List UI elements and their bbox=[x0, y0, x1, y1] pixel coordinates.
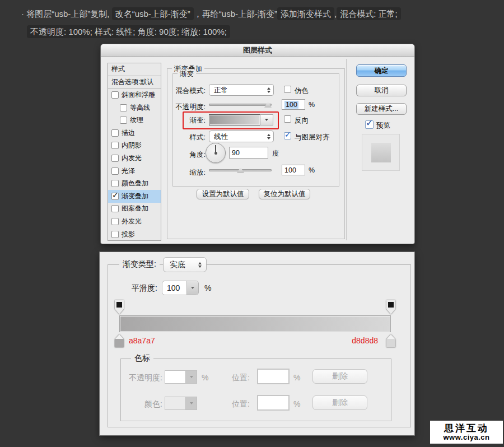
checkbox[interactable] bbox=[111, 180, 119, 187]
opacity-slider[interactable] bbox=[209, 101, 272, 108]
scale-input[interactable]: 100 bbox=[282, 165, 305, 175]
sidebar-item-pattern-overlay[interactable]: 图案叠加 bbox=[108, 203, 161, 216]
intro-highlight: 不透明度: 100%; 样式: 线性; 角度: 90度; 缩放: 100%; bbox=[27, 25, 230, 38]
delete-opacity-stop-button[interactable]: 删除 bbox=[312, 369, 367, 384]
align-checkbox[interactable]: ✓ bbox=[284, 132, 291, 139]
checkbox[interactable] bbox=[111, 142, 119, 149]
stepper-arrows-icon bbox=[267, 87, 270, 93]
checkbox[interactable]: ✓ bbox=[111, 193, 119, 200]
stop-color-swatch[interactable] bbox=[165, 397, 197, 410]
styles-list: 样式 混合选项:默认 斜面和浮雕 等高线 纹理 描边 内阴影 内发光 光泽 颜色… bbox=[108, 63, 161, 241]
sidebar-item-label: 斜面和浮雕 bbox=[122, 90, 155, 100]
sidebar-item-stroke[interactable]: 描边 bbox=[108, 127, 161, 139]
stops-section: 色标 不透明度: % 位置: % 删除 颜色: 位置: % 删除 bbox=[120, 358, 391, 421]
sidebar-item-label: 颜色叠加 bbox=[122, 179, 148, 188]
sidebar-item-inner-glow[interactable]: 内发光 bbox=[108, 152, 161, 165]
dither-checkbox[interactable] bbox=[284, 86, 291, 93]
sidebar-item-color-overlay[interactable]: 颜色叠加 bbox=[108, 177, 161, 190]
checkbox[interactable] bbox=[120, 117, 127, 124]
style-preview-swatch bbox=[362, 134, 400, 171]
set-default-button[interactable]: 设置为默认值 bbox=[197, 189, 249, 199]
chevron-down-icon bbox=[265, 119, 268, 121]
stop-opacity-label: 不透明度: bbox=[122, 373, 162, 383]
sidebar-item-drop-shadow[interactable]: 投影 bbox=[108, 228, 161, 241]
sidebar-item-label: 渐变叠加 bbox=[122, 192, 148, 201]
tutorial-line-1: · 将图层“usb-上部”复制, 改名“usb-上部-渐变”，再给“usb-上部… bbox=[21, 6, 401, 22]
button-label: 新建样式... bbox=[365, 104, 398, 114]
start-color-hex: a8a7a7 bbox=[129, 336, 155, 345]
cancel-button[interactable]: 取消 bbox=[356, 85, 407, 96]
new-style-button[interactable]: 新建样式... bbox=[356, 103, 407, 115]
position-unit: % bbox=[293, 399, 300, 408]
position-unit: % bbox=[293, 373, 300, 382]
sidebar-item-inner-shadow[interactable]: 内阴影 bbox=[108, 139, 161, 152]
sidebar-item-styles[interactable]: 样式 bbox=[108, 63, 161, 76]
sidebar-item-contour[interactable]: 等高线 bbox=[108, 101, 161, 114]
blend-mode-dropdown[interactable]: 正常 bbox=[209, 84, 274, 96]
sidebar-item-texture[interactable]: 纹理 bbox=[108, 114, 161, 127]
opacity-stop-right[interactable] bbox=[386, 300, 395, 314]
sidebar-item-satin[interactable]: 光泽 bbox=[108, 165, 161, 178]
checkbox[interactable] bbox=[120, 104, 127, 111]
reset-default-button[interactable]: 复位为默认值 bbox=[259, 189, 310, 199]
checkbox[interactable] bbox=[111, 205, 119, 212]
checkbox[interactable] bbox=[111, 231, 119, 238]
sidebar-item-gradient-overlay[interactable]: ✓渐变叠加 bbox=[108, 190, 161, 203]
gradient-dropdown-button[interactable] bbox=[260, 114, 273, 125]
checkbox[interactable] bbox=[111, 91, 119, 99]
checkbox[interactable] bbox=[111, 218, 119, 225]
style-dropdown[interactable]: 线性 bbox=[209, 131, 274, 142]
sidebar-item-bevel-emboss[interactable]: 斜面和浮雕 bbox=[108, 89, 161, 101]
stop-shape bbox=[386, 334, 395, 347]
button-label: 确定 bbox=[375, 66, 389, 76]
dialog-titlebar[interactable]: 图层样式 bbox=[101, 44, 414, 57]
checkmark: ✓ bbox=[112, 190, 119, 199]
angle-input[interactable]: 90 bbox=[229, 147, 268, 159]
checkbox[interactable] bbox=[111, 129, 119, 137]
group-legend: 渐变 bbox=[178, 69, 196, 79]
ok-button[interactable]: 确定 bbox=[356, 64, 407, 77]
color-stop-left[interactable] bbox=[115, 334, 124, 347]
position-input[interactable] bbox=[257, 395, 290, 411]
angle-dial[interactable] bbox=[206, 143, 226, 163]
preview-thumbnail bbox=[371, 143, 391, 162]
checkbox[interactable] bbox=[111, 167, 119, 175]
dropdown-arrow-button[interactable] bbox=[186, 281, 198, 295]
smoothness-label: 平滑度: bbox=[120, 283, 157, 294]
watermark-url: www.ciya.cn bbox=[443, 434, 489, 441]
gradient-group: 渐变 混合模式: 正常 仿色 不透明度: 100 % bbox=[172, 73, 339, 187]
gradient-type-dropdown[interactable]: 实底 bbox=[163, 257, 207, 272]
dropdown-arrow-button[interactable] bbox=[185, 397, 197, 409]
checkbox[interactable] bbox=[111, 155, 119, 162]
align-label: 与图层对齐 bbox=[295, 133, 330, 142]
page: · 将图层“usb-上部”复制, 改名“usb-上部-渐变”，再给“usb-上部… bbox=[0, 0, 504, 447]
opacity-stop-left[interactable] bbox=[115, 300, 124, 314]
chevron-down-icon bbox=[191, 287, 194, 289]
gradient-preview-bar[interactable] bbox=[119, 315, 391, 332]
opacity-input[interactable]: 100 bbox=[282, 99, 305, 110]
smoothness-unit: % bbox=[204, 283, 211, 292]
sidebar-item-label: 投影 bbox=[122, 230, 135, 239]
dropdown-arrow-button[interactable] bbox=[185, 371, 197, 383]
scale-slider[interactable] bbox=[209, 167, 272, 174]
stop-opacity-dropdown[interactable] bbox=[165, 370, 197, 384]
smoothness-dropdown[interactable]: 100 bbox=[162, 281, 199, 295]
layer-style-dialog: 图层样式 样式 混合选项:默认 斜面和浮雕 等高线 纹理 描边 内阴影 内发光 … bbox=[101, 44, 414, 244]
delete-color-stop-button[interactable]: 删除 bbox=[312, 395, 367, 410]
slider-track[interactable] bbox=[209, 104, 272, 106]
watermark-brand: 思洋互动 bbox=[444, 423, 489, 434]
color-stop-right[interactable] bbox=[386, 334, 395, 347]
style-label: 样式: bbox=[173, 133, 206, 142]
reverse-checkbox[interactable] bbox=[284, 115, 291, 123]
intro-text: · 将图层“usb-上部”复制, bbox=[21, 9, 112, 18]
end-color-hex: d8d8d8 bbox=[333, 336, 378, 345]
sidebar-item-label: 图案叠加 bbox=[122, 204, 148, 213]
sidebar-item-blending-options[interactable]: 混合选项:默认 bbox=[108, 76, 161, 89]
preview-checkbox[interactable]: ✓ bbox=[365, 120, 374, 129]
gradient-swatch[interactable] bbox=[209, 114, 260, 125]
sidebar-item-outer-glow[interactable]: 外发光 bbox=[108, 215, 161, 228]
sidebar-item-label: 内发光 bbox=[122, 153, 142, 163]
gradient-label: 渐变: bbox=[173, 116, 206, 125]
position-input[interactable] bbox=[257, 369, 290, 384]
stop-fill bbox=[116, 302, 122, 308]
